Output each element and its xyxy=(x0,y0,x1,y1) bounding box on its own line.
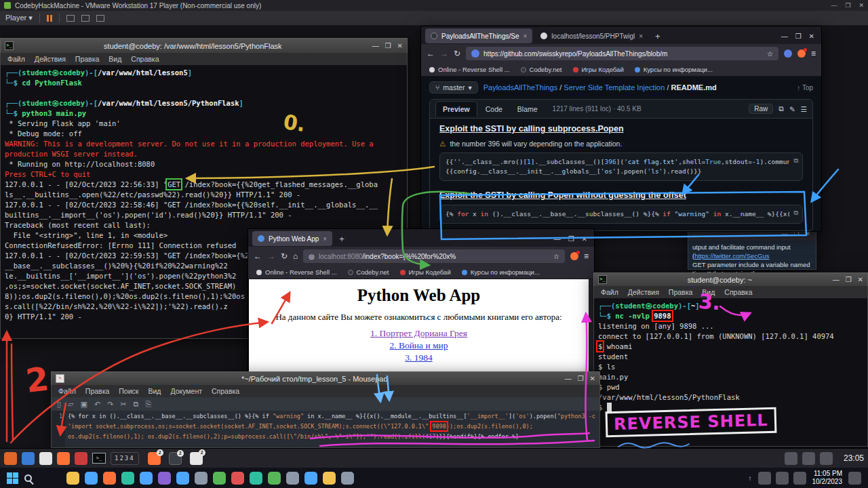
paste-icon[interactable]: ⎘ xyxy=(145,400,151,409)
tracking-shield-icon[interactable] xyxy=(471,49,479,58)
menu-help[interactable]: Справка xyxy=(212,387,239,395)
windows-clock[interactable]: 11:05 PM 10/2/2023 xyxy=(812,470,843,486)
explorer-icon[interactable] xyxy=(66,472,79,485)
vmware-icon[interactable] xyxy=(304,472,317,485)
reload-button[interactable]: ↻ xyxy=(454,49,460,58)
linux-clock[interactable]: 23:05 xyxy=(844,453,864,463)
tab-close-icon[interactable]: × xyxy=(639,33,643,40)
menu-actions[interactable]: Действия xyxy=(35,55,66,63)
menu-view[interactable]: Вид xyxy=(702,288,715,296)
save-file-icon[interactable]: ▣ xyxy=(81,400,87,409)
vm-fullscreen-button[interactable] xyxy=(66,15,75,22)
telegram-icon[interactable] xyxy=(176,472,189,485)
mousepad-titlebar[interactable]: ✎ *~/Рабочий стол/tmp_lesson_5 - Mousepa… xyxy=(51,371,600,385)
tab-localhost-phptwig[interactable]: localhost/lesson5/PHPTwigl × xyxy=(535,28,648,43)
vscode-icon[interactable] xyxy=(140,472,153,485)
tray-expand-icon[interactable]: ↑ xyxy=(749,474,752,482)
tray-bell-icon[interactable] xyxy=(820,452,833,465)
menu-search[interactable]: Поиск xyxy=(119,387,138,395)
maximize-button[interactable]: ❐ xyxy=(385,42,391,49)
tab-code[interactable]: Code xyxy=(479,102,509,117)
close-button[interactable]: ✕ xyxy=(397,42,403,49)
start-button[interactable] xyxy=(7,472,18,484)
bookmark-codeby[interactable]: Codeby.net xyxy=(348,268,389,276)
burner-icon[interactable] xyxy=(75,452,87,465)
section-heading-subprocess-popen[interactable]: Exploit the SSTI by calling subprocess.P… xyxy=(439,124,803,134)
steam-icon[interactable] xyxy=(195,472,208,485)
extension-shield-icon[interactable] xyxy=(784,49,792,58)
terminal-launcher-icon[interactable]: >_ xyxy=(92,453,106,464)
close-button[interactable]: ✕ xyxy=(582,235,587,243)
undo-icon[interactable]: ↶ xyxy=(94,400,100,409)
file-manager-icon[interactable] xyxy=(22,452,35,465)
maximize-button[interactable]: ❐ xyxy=(846,276,852,283)
photos-icon[interactable] xyxy=(231,472,244,485)
more-apps-icon[interactable] xyxy=(341,472,354,485)
mail-icon[interactable] xyxy=(213,472,226,485)
copy-code-icon[interactable]: ⧉ xyxy=(789,156,798,165)
extension-fox-icon[interactable] xyxy=(570,252,578,260)
app-menu-icon[interactable] xyxy=(4,452,17,465)
terminal1-titlebar[interactable]: >_ student@codeby: /var/www/html/lesson5… xyxy=(0,38,408,53)
menu-actions[interactable]: Действия xyxy=(628,288,659,296)
tab-close-icon[interactable]: × xyxy=(524,33,528,40)
edit-file-icon[interactable]: ✎ xyxy=(789,105,795,113)
section-heading-popen-no-offset[interactable]: Exploit the SSTI by calling Popen withou… xyxy=(439,190,803,200)
tab-payloadsallthethings[interactable]: PayloadsAllTheThings/Se × xyxy=(425,28,532,43)
forward-button[interactable]: → xyxy=(440,49,448,58)
menu-file[interactable]: Файл xyxy=(7,55,25,63)
bookmark-games[interactable]: Игры Кодебай xyxy=(400,268,451,276)
menu-view[interactable]: Вид xyxy=(148,387,161,395)
breadcrumb-repo[interactable]: PayloadsAllTheThings xyxy=(484,83,557,92)
copy-icon[interactable]: ⧉ xyxy=(134,400,139,409)
book-link-war-and-peace[interactable]: 2. Война и мир xyxy=(249,340,589,351)
open-file-icon[interactable]: ▱ xyxy=(68,400,73,409)
task-firefox-icon[interactable]: 2 xyxy=(148,452,161,465)
vm-unity-button[interactable] xyxy=(81,15,90,22)
new-file-icon[interactable]: ▯ xyxy=(57,400,61,409)
task-terminal-icon[interactable]: 2 xyxy=(169,452,182,465)
bookmark-courses[interactable]: Курсы по информаци... xyxy=(635,66,713,73)
home-button[interactable]: ⌂ xyxy=(293,251,298,261)
menu-edit[interactable]: Правка xyxy=(85,387,109,395)
bookmark-star-icon[interactable]: ☆ xyxy=(767,50,773,58)
workspace-pager[interactable]: 1234 xyxy=(111,452,139,465)
code-block-popen[interactable]: {{''.__class__.mro()[1].__subclasses__()… xyxy=(439,152,803,181)
tab-blame[interactable]: Blame xyxy=(511,102,545,117)
new-tab-button[interactable]: + xyxy=(651,31,665,41)
python-icon[interactable] xyxy=(323,472,336,485)
redo-icon[interactable]: ↷ xyxy=(107,400,113,409)
store-icon[interactable] xyxy=(250,472,262,485)
book-link-1984[interactable]: 3. 1984 xyxy=(249,352,589,363)
book-link-dorian-gray[interactable]: 1. Портрет Дориана Грея xyxy=(249,328,589,339)
code-block-no-offset[interactable]: {% for x in ().__class__.__base__.__subc… xyxy=(439,205,803,224)
notification-center-icon[interactable] xyxy=(848,472,861,485)
breadcrumb-folder[interactable]: Server Side Template Injection xyxy=(564,83,665,92)
bookmark-reverse-shell[interactable]: Online - Reverse Shell ... xyxy=(429,66,510,73)
spotify-icon[interactable] xyxy=(268,472,281,485)
back-to-top-button[interactable]: ↑ Top xyxy=(797,84,813,92)
menu-help[interactable]: Справка xyxy=(131,55,159,63)
close-button[interactable]: ✕ xyxy=(590,375,595,382)
vmware-minimize-button[interactable]: — xyxy=(831,2,837,9)
terminal2-output[interactable]: ┌──(student㉿codeby)-[~]└─$ nc -nvlp 9898… xyxy=(593,298,868,447)
app-menu-button[interactable]: ≡ xyxy=(584,251,589,261)
close-button[interactable]: ✕ xyxy=(809,33,814,40)
vm-devices-button[interactable] xyxy=(96,15,104,22)
menu-document[interactable]: Документ xyxy=(170,387,202,395)
edge-icon[interactable] xyxy=(121,472,134,485)
bookmark-games[interactable]: Игры Кодебай xyxy=(573,66,624,73)
minimize-button[interactable]: — xyxy=(781,33,788,40)
tray-shield-icon[interactable] xyxy=(758,472,771,485)
tray-network-icon[interactable] xyxy=(776,472,789,485)
tray-volume-icon[interactable] xyxy=(802,452,815,465)
bookmark-reverse-shell[interactable]: Online - Reverse Shell ... xyxy=(256,268,337,276)
copy-raw-icon[interactable]: ⧉ xyxy=(778,104,784,113)
firefox-icon[interactable] xyxy=(103,472,116,485)
close-button[interactable]: ✕ xyxy=(858,276,863,283)
bookmark-codeby[interactable]: Codeby.net xyxy=(521,66,562,73)
terminal-icon[interactable] xyxy=(286,472,299,485)
maximize-button[interactable]: ❐ xyxy=(795,33,802,40)
terminal2-titlebar[interactable]: >_ student@codeby: ~ — ❐ ✕ xyxy=(593,272,868,286)
chrome-icon[interactable] xyxy=(85,472,98,485)
